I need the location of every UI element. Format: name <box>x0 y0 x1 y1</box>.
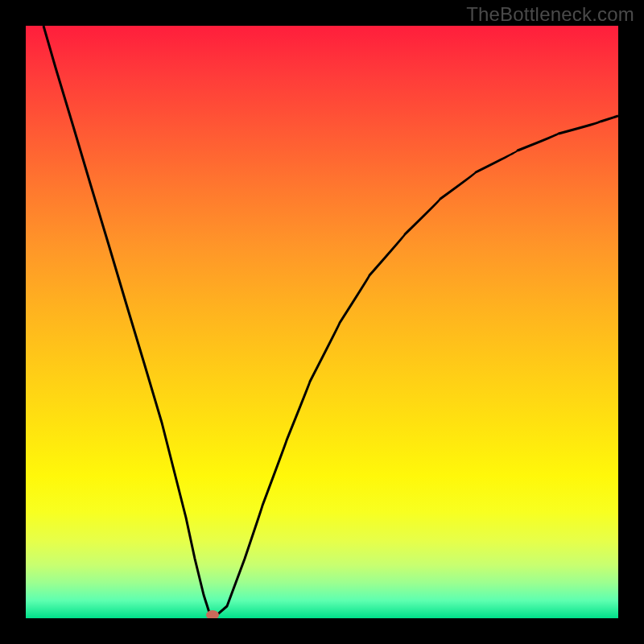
plot-area <box>26 26 618 618</box>
bottleneck-curve <box>43 26 618 617</box>
chart-frame: TheBottleneck.com <box>0 0 644 644</box>
watermark-text: TheBottleneck.com <box>466 3 634 26</box>
curve-svg <box>26 26 618 618</box>
